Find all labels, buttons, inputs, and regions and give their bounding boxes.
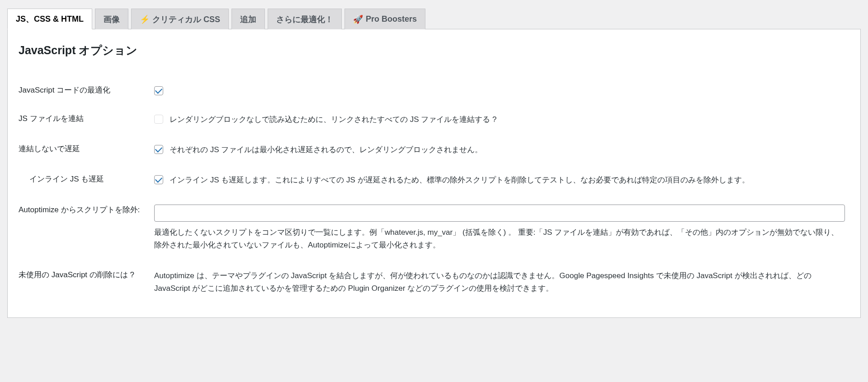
desc-aggregate-js: レンダリングブロックなしで読み込むために、リンクされたすべての JS ファイルを… xyxy=(170,113,845,126)
row-aggregate-js: JS ファイルを連結 レンダリングブロックなしで読み込むために、リンクされたすべ… xyxy=(19,104,849,135)
tab-js-css-html[interactable]: JS、CSS & HTML xyxy=(7,9,92,29)
checkbox-defer-inline[interactable] xyxy=(154,175,163,184)
row-optimize-js: JavaScript コードの最適化 xyxy=(19,76,849,104)
tab-images[interactable]: 画像 xyxy=(95,9,128,29)
desc-defer-inline: インライン JS も遅延します。これによりすべての JS が遅延されるため、標準… xyxy=(170,174,845,186)
tab-pro-boosters[interactable]: 🚀 Pro Boosters xyxy=(344,9,425,29)
lightning-icon: ⚡ xyxy=(140,14,150,24)
tab-label: さらに最適化！ xyxy=(276,14,333,25)
checkbox-defer-not-aggregate[interactable] xyxy=(154,145,163,154)
label-aggregate-js: JS ファイルを連結 xyxy=(19,104,154,135)
form-table: JavaScript コードの最適化 JS ファイルを連結 レンダリングブロック… xyxy=(19,76,849,304)
label-exclude-scripts: Autoptimize からスクリプトを除外: xyxy=(19,196,154,261)
checkbox-aggregate-js xyxy=(154,115,163,124)
help-exclude-scripts: 最適化したくないスクリプトをコンマ区切りで一覧にします。例「whatever.j… xyxy=(154,226,845,252)
checkbox-optimize-js[interactable] xyxy=(154,86,163,95)
row-remove-unused-js: 未使用の JavaScript の削除には ? Autoptimize は、テー… xyxy=(19,261,849,304)
settings-panel: JavaScript オプション JavaScript コードの最適化 JS フ… xyxy=(7,29,861,318)
tab-label: クリティカル CSS xyxy=(152,14,220,25)
exclude-scripts-input[interactable] xyxy=(154,205,845,222)
row-exclude-scripts: Autoptimize からスクリプトを除外: 最適化したくないスクリプトをコン… xyxy=(19,196,849,261)
tab-label: JS、CSS & HTML xyxy=(16,14,84,24)
tab-label: Pro Boosters xyxy=(366,14,417,24)
row-defer-not-aggregate: 連結しないで遅延 それぞれの JS ファイルは最小化され遅延されるので、レンダリ… xyxy=(19,135,849,165)
label-defer-not-aggregate: 連結しないで遅延 xyxy=(19,135,154,165)
section-title: JavaScript オプション xyxy=(19,43,849,58)
tab-label: 画像 xyxy=(104,14,120,25)
tab-critical-css[interactable]: ⚡ クリティカル CSS xyxy=(131,9,229,29)
label-remove-unused-js: 未使用の JavaScript の削除には ? xyxy=(19,261,154,304)
tab-label: 追加 xyxy=(240,14,256,25)
rocket-icon: 🚀 xyxy=(353,14,363,24)
label-defer-inline: インライン JS も遅延 xyxy=(19,165,154,195)
row-defer-inline: インライン JS も遅延 インライン JS も遅延します。これによりすべての J… xyxy=(19,165,849,195)
tab-bar: JS、CSS & HTML 画像 ⚡ クリティカル CSS 追加 さらに最適化！… xyxy=(7,0,861,29)
tab-extra[interactable]: 追加 xyxy=(231,9,265,29)
help-remove-unused-js: Autoptimize は、テーマやプラグインの JavaScript を結合し… xyxy=(154,270,845,295)
tab-optimize-more[interactable]: さらに最適化！ xyxy=(268,9,342,29)
desc-defer-not-aggregate: それぞれの JS ファイルは最小化され遅延されるので、レンダリングブロックされま… xyxy=(170,144,845,156)
label-optimize-js: JavaScript コードの最適化 xyxy=(19,76,154,104)
